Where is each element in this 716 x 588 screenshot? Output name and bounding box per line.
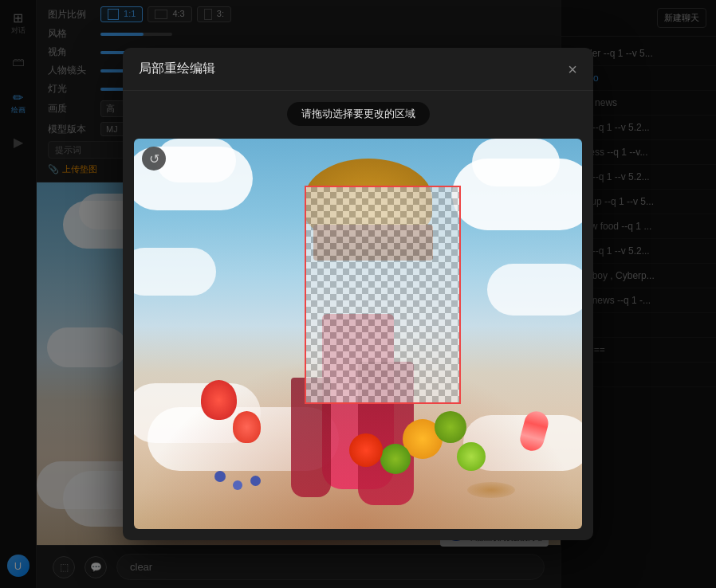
dialog-close-button[interactable]: × [568,61,577,77]
selection-rectangle[interactable] [305,186,462,404]
main-area: 图片比例 1:1 4:3 3: 风格 视角 [37,0,561,588]
dialog-body: 请拖动选择要更改的区域 [123,91,593,540]
reset-button[interactable]: ↺ [142,147,166,171]
dialog-header: 局部重绘编辑 × [123,48,593,91]
dialog-hint: 请拖动选择要更改的区域 [287,102,430,126]
inpaint-dialog: 局部重绘编辑 × 请拖动选择要更改的区域 [123,48,593,540]
inpaint-image-container[interactable]: ↺ [134,139,582,529]
dialog-overlay: 局部重绘编辑 × 请拖动选择要更改的区域 [0,0,716,588]
dialog-title: 局部重绘编辑 [139,61,215,77]
reset-icon-symbol: ↺ [149,151,159,167]
